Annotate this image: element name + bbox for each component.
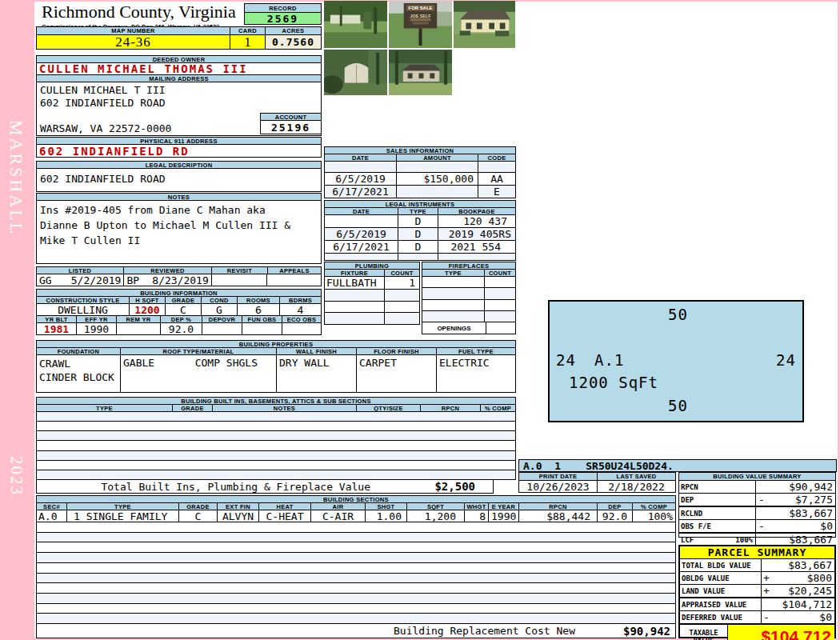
- parcel-op: +: [762, 572, 770, 584]
- bvs-label: RPCN: [681, 483, 698, 491]
- section-whgt: 8: [465, 510, 489, 522]
- bvs-label: OBS F/E: [681, 522, 711, 530]
- instrument-bookpage: 120 437: [438, 215, 515, 227]
- property-photo-shed[interactable]: [324, 50, 387, 95]
- sections-empty-rows: [36, 522, 676, 624]
- parcel-summary-title: PARCEL SUMMARY: [680, 546, 834, 559]
- parcel-value: $104,712: [782, 598, 834, 610]
- plumbing-fixture: [325, 302, 385, 313]
- parcel-op: -: [762, 611, 770, 623]
- plumbing-count: [385, 313, 419, 324]
- section-heat: C-HEAT: [259, 510, 311, 522]
- rooms-value: 6: [238, 304, 280, 315]
- notes-line-3: Mike T Cullen II: [40, 233, 318, 248]
- sales-row-code: AA: [478, 173, 515, 185]
- bvs-pct: 100%: [735, 536, 755, 544]
- revisit-value: [212, 274, 268, 286]
- reviewed-date: 8/23/2019: [152, 274, 208, 286]
- bvs-value: $90,942: [789, 481, 835, 493]
- parcel-value: $800: [807, 572, 834, 584]
- property-record-card: MARSHALL 2023 Richmond County, Virginia …: [0, 0, 840, 640]
- built-ins-total-value: $2,500: [434, 480, 493, 493]
- bvs-value: $83,667: [789, 534, 835, 546]
- plumbing-fixture: FULLBATH: [325, 277, 385, 289]
- section-type: 1 SINGLE FAMILY: [67, 510, 179, 522]
- taxable-value: $104,712: [761, 627, 834, 640]
- taxable-label-line2: VALUE: [694, 637, 714, 640]
- instrument-date: 6/5/2019: [325, 228, 398, 240]
- grade-value: C: [166, 304, 202, 315]
- fireplaces-table: [422, 276, 516, 322]
- plumbing-table: FULLBATH 1: [324, 276, 420, 325]
- fireplace-count: [485, 277, 515, 287]
- section-sqft: 1,200: [407, 510, 465, 522]
- foundation-line-1: CRAWL: [39, 357, 70, 370]
- map-number-value: 24-36: [115, 34, 151, 50]
- roof-type-value: GABLE: [123, 357, 154, 369]
- bdrms-value: 4: [280, 304, 321, 315]
- sales-row-code: [478, 162, 515, 172]
- roof-material-value: COMP SHGLS: [195, 357, 274, 369]
- notes-line-2: Dianne B Upton to Michael M Cullen III &: [40, 218, 318, 233]
- bvs-op: -: [756, 494, 765, 506]
- mailing-line-1: CULLEN MICHAEL T III: [40, 84, 318, 97]
- instruments-table: D 120 437 6/5/2019 D 2019 405RS 6/17/202…: [324, 214, 516, 261]
- print-date-value: 10/26/2023: [519, 481, 598, 492]
- parcel-value: $83,667: [788, 559, 834, 571]
- rcn-value: $90,942: [623, 625, 675, 638]
- fireplace-type: [422, 311, 485, 322]
- openings-label: OPENINGS: [422, 322, 486, 334]
- section-rpcn: $88,442: [519, 510, 598, 522]
- vendor-watermark: MARSHALL: [6, 120, 26, 236]
- foundation-line-2: CINDER BLOCK: [39, 370, 114, 384]
- section-sec: A.0: [37, 510, 67, 522]
- parcel-label: TOTAL BLDG VALUE: [680, 559, 762, 571]
- year-watermark: 2023: [6, 456, 26, 496]
- plumbing-count: [385, 290, 419, 301]
- sales-table: 6/5/2019 $150,000 AA 6/17/2021 E: [324, 161, 516, 198]
- parcel-op: +: [762, 585, 770, 597]
- plumbing-count: 1: [385, 277, 419, 289]
- bvs-value: $83,667: [789, 507, 835, 519]
- parcel-label: DEFERRED VALUE: [680, 611, 762, 623]
- fireplace-count: [485, 300, 515, 310]
- section-air: C-AIR: [311, 510, 366, 522]
- appeals-value: [267, 274, 321, 286]
- section-shgt: 1.00: [366, 510, 407, 522]
- sketch-right-dimension: 24: [776, 351, 796, 369]
- section-grade: C: [179, 510, 218, 522]
- sketch-section-id: A.1: [594, 351, 624, 369]
- listed-date: 5/2/2019: [71, 274, 122, 286]
- county-title: Richmond County, Virginia: [42, 2, 243, 22]
- instrument-bookpage: 2019 405RS: [438, 228, 515, 240]
- physical-address-value: 602 INDIANFIELD RD: [37, 145, 190, 158]
- record-number: 2569: [267, 13, 298, 25]
- taxable-label-line1: TAXABLE: [690, 629, 718, 637]
- building-sketch[interactable]: 50 24 A.1 24 1200 SqFt 50: [548, 300, 804, 422]
- bvs-label: RCLND: [681, 510, 702, 518]
- instrument-type: [398, 254, 438, 260]
- building-value-summary-table: RPCN $90,942 DEP - $7,275 RCLND: [678, 480, 836, 538]
- property-photo-house-distant[interactable]: [389, 50, 452, 95]
- instrument-bookpage: [438, 254, 515, 260]
- building-section-row: A.0 1 SINGLE FAMILY C ALVYN C-HEAT C-AIR…: [36, 510, 676, 522]
- funobs-value: [242, 323, 282, 334]
- property-photo-front-yard[interactable]: [324, 1, 387, 48]
- property-photo-house-side[interactable]: [454, 1, 515, 48]
- instrument-type: D: [398, 241, 438, 253]
- fireplace-count: [485, 311, 515, 322]
- last-saved-value: 2/18/2022: [598, 481, 675, 492]
- fuel-type-value: ELECTRIC: [439, 357, 490, 369]
- instrument-date: [325, 215, 398, 227]
- ecoobs-value: [282, 323, 321, 334]
- sales-row-amount: [397, 186, 478, 198]
- section-pctcomp: 100%: [633, 510, 675, 522]
- section-dep: 92.0: [598, 510, 633, 522]
- rcn-label: Building Replacement Cost New: [394, 625, 575, 637]
- floor-finish-value: CARPET: [359, 357, 397, 369]
- account-number: 25196: [271, 122, 310, 134]
- sales-row-amount: [397, 162, 478, 172]
- sales-row-date: 6/17/2021: [325, 186, 397, 198]
- property-photo-for-sale-sign[interactable]: FOR SALE JOE SELF: [389, 1, 452, 48]
- legal-description-value: 602 INDIANFIELD ROAD: [40, 173, 166, 185]
